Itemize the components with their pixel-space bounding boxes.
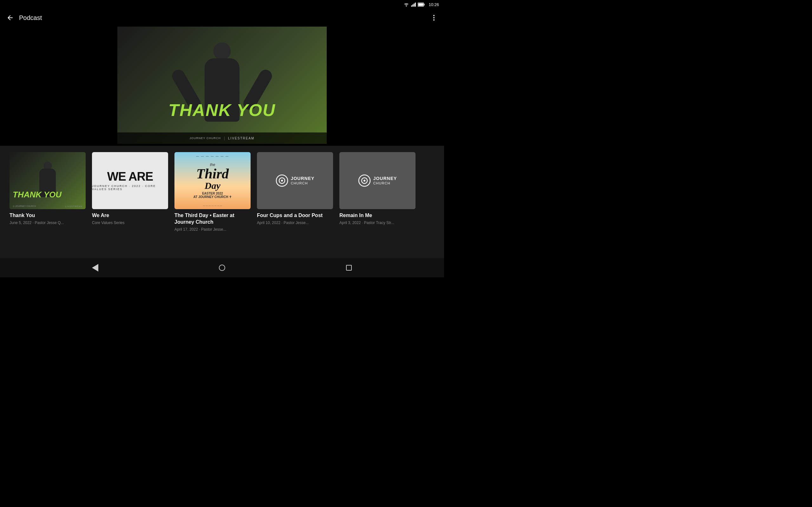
card-thank-you[interactable]: THANK YOU ⊙ JOURNEY CHURCH LIVESTREAM Th… <box>9 152 86 226</box>
svg-point-5 <box>433 17 435 18</box>
card-title-3: The Third Day • Easter at Journey Church <box>174 212 251 226</box>
bottom-navigation <box>0 258 444 277</box>
svg-rect-2 <box>424 4 425 5</box>
card-thumbnail-third-day: — — — — — — — the Third Day EASTER 2022A… <box>174 152 251 209</box>
journey-name-4: JOURNEYCHURCH <box>291 176 315 185</box>
card-subtitle-1: June 5, 2022 · Pastor Jesse Q... <box>9 220 86 226</box>
back-button[interactable] <box>4 11 16 24</box>
svg-point-0 <box>406 6 407 7</box>
hero-image[interactable]: THANK YOU JOURNEY CHURCH | LIVESTREAM <box>117 26 327 144</box>
journey-name-5: JOURNEYCHURCH <box>373 176 397 185</box>
card-thumbnail-remain-in-me: JOURNEYCHURCH <box>339 152 415 209</box>
cards-section: THANK YOU ⊙ JOURNEY CHURCH LIVESTREAM Th… <box>0 146 444 258</box>
card-remain-in-me[interactable]: JOURNEYCHURCH Remain In Me April 3, 2022… <box>339 152 415 226</box>
thumb-livestream: LIVESTREAM <box>65 205 83 208</box>
svg-point-9 <box>281 180 283 181</box>
back-triangle-icon <box>92 264 98 272</box>
card-title-4: Four Cups and a Door Post <box>257 212 333 219</box>
card-third-day[interactable]: — — — — — — — the Third Day EASTER 2022A… <box>174 152 251 232</box>
nav-recent-button[interactable] <box>342 261 356 275</box>
status-bar: 10:26 <box>0 0 444 9</box>
hero-title: THANK YOU <box>117 101 327 118</box>
svg-point-4 <box>433 15 435 16</box>
page-title: Podcast <box>19 14 427 21</box>
journey-logo-4: JOURNEYCHURCH <box>275 174 315 187</box>
card-title-2: We Are <box>92 212 168 219</box>
hero-logo: JOURNEY CHURCH <box>190 136 221 140</box>
battery-icon <box>418 3 425 7</box>
svg-point-6 <box>433 19 435 20</box>
status-icons: 10:26 <box>403 2 439 7</box>
nav-home-button[interactable] <box>215 261 229 275</box>
card-subtitle-3: April 17, 2022 · Pastor Jesse... <box>174 227 251 232</box>
thumb-logo: ⊙ JOURNEY CHURCH <box>13 205 36 208</box>
status-time: 10:26 <box>428 2 439 7</box>
card-subtitle-2: Core Values Series <box>92 220 168 226</box>
thumb-we-are-sub: JOURNEY CHURCH · 2022 · CORE VALUES SERI… <box>92 184 168 191</box>
hero-image-container[interactable]: THANK YOU JOURNEY CHURCH | LIVESTREAM <box>0 26 444 144</box>
livestream-badge: LIVESTREAM <box>228 136 254 140</box>
signal-icon <box>411 2 416 7</box>
card-thumbnail-we-are: WE ARE JOURNEY CHURCH · 2022 · CORE VALU… <box>92 152 168 209</box>
card-four-cups[interactable]: JOURNEYCHURCH Four Cups and a Door Post … <box>257 152 333 226</box>
hero-bottom-bar: JOURNEY CHURCH | LIVESTREAM <box>117 132 327 144</box>
card-thumbnail-thank-you: THANK YOU ⊙ JOURNEY CHURCH LIVESTREAM <box>9 152 86 209</box>
wifi-icon <box>403 2 409 7</box>
app-bar: Podcast <box>0 9 444 26</box>
thumb-we-are-text: WE ARE <box>107 170 153 182</box>
recent-square-icon <box>346 265 352 271</box>
svg-rect-3 <box>418 3 423 6</box>
card-title-1: Thank You <box>9 212 86 219</box>
easter-label: EASTER 2022AT JOURNEY CHURCH ✝ <box>194 192 232 199</box>
nav-back-button[interactable] <box>88 261 102 275</box>
card-title-5: Remain In Me <box>339 212 415 219</box>
home-circle-icon <box>219 265 225 271</box>
day-label: Day <box>205 181 220 190</box>
journey-logo-5: JOURNEYCHURCH <box>358 174 397 187</box>
card-subtitle-5: April 3, 2022 · Pastor Tracy Str... <box>339 220 415 226</box>
card-thumbnail-four-cups: JOURNEYCHURCH <box>257 152 333 209</box>
thumb-thank-you-text: THANK YOU <box>13 190 61 200</box>
more-options-button[interactable] <box>427 11 440 24</box>
card-we-are[interactable]: WE ARE JOURNEY CHURCH · 2022 · CORE VALU… <box>92 152 168 226</box>
card-subtitle-4: April 10, 2022 · Pastor Jesse... <box>257 220 333 226</box>
third-label: Third <box>196 167 229 181</box>
svg-point-12 <box>363 180 365 181</box>
